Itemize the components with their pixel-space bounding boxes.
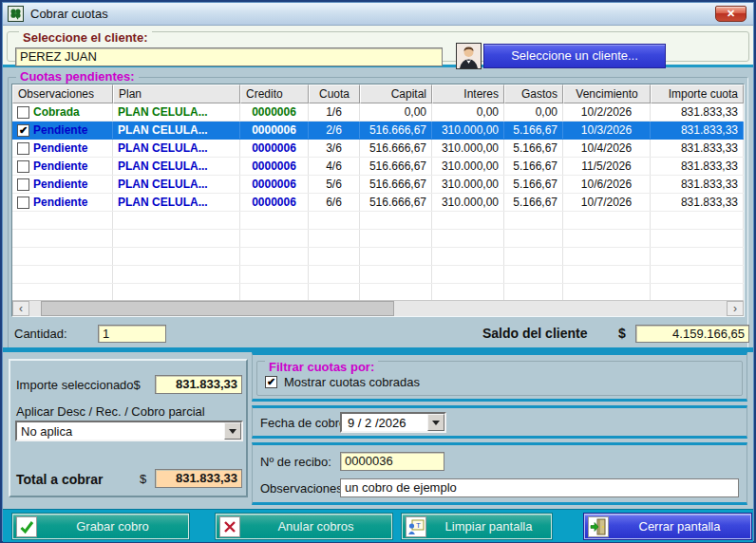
mostrar-cobradas-checkbox[interactable]: ✔ (265, 376, 277, 388)
table-cell: 310.000,00 (432, 122, 504, 139)
table-row[interactable]: ✔PendientePLAN CELULA...00000062/6516.66… (12, 122, 744, 140)
row-checkbox[interactable] (17, 142, 29, 155)
table-cell (360, 230, 432, 247)
table-row[interactable]: PendientePLAN CELULA...00000063/6516.666… (12, 140, 744, 158)
cerrar-pantalla-label: Cerrar pantalla (609, 519, 750, 534)
column-header[interactable]: Importe cuota (651, 84, 744, 103)
scrollbar-thumb[interactable] (41, 301, 394, 316)
table-cell (504, 284, 563, 301)
table-cell: 10/2/2026 (563, 103, 651, 121)
chevron-down-icon[interactable] (224, 422, 241, 440)
cerrar-pantalla-button[interactable]: Cerrar pantalla (584, 514, 751, 539)
column-header[interactable]: Plan (113, 84, 240, 103)
row-checkbox[interactable] (17, 160, 29, 173)
limpiar-pantalla-label: Limpiar pantalla (426, 519, 551, 534)
table-cell (309, 284, 360, 301)
table-cell: Cobrada (12, 103, 113, 121)
table-body: CobradaPLAN CELULA...00000061/60,000,000… (12, 103, 744, 302)
client-name-input[interactable]: PEREZ JUAN (15, 47, 443, 66)
clover-app-icon (8, 6, 24, 22)
column-header[interactable]: Observaciones (12, 84, 113, 103)
window-title: Cobrar cuotas (30, 7, 108, 21)
whiteboard-icon: T (406, 516, 426, 537)
column-header[interactable]: Vencimiento (563, 84, 651, 103)
grabar-cobro-button[interactable]: Grabar cobro (12, 514, 189, 539)
table-cell (432, 212, 504, 229)
table-cell: 310.000,00 (432, 194, 504, 211)
column-header[interactable]: Credito (240, 84, 309, 103)
saldo-label: Saldo del cliente (482, 326, 587, 341)
limpiar-pantalla-button[interactable]: T Limpiar pantalla (402, 514, 552, 539)
anular-cobros-button[interactable]: Anular cobros (216, 514, 392, 539)
table-cell (651, 284, 744, 301)
table-cell: 516.666,67 (360, 140, 432, 157)
descuento-dropdown[interactable]: No aplica (15, 421, 243, 441)
table-cell: 0000006 (240, 194, 309, 211)
table-cell (563, 212, 651, 229)
close-button[interactable]: ✕ (715, 6, 747, 22)
table-cell (504, 212, 563, 229)
table-cell (12, 230, 113, 247)
column-header[interactable]: Cuota (309, 84, 360, 103)
client-group-label: Seleccione el cliente: (19, 30, 152, 45)
row-checkbox[interactable]: ✔ (17, 124, 29, 137)
table-cell (113, 212, 240, 229)
right-column: Filtrar cuotas por: ✔ Mostrar cuotas cob… (252, 352, 747, 508)
table-cell: 5.166,67 (504, 122, 563, 139)
table-cell: PLAN CELULA... (113, 140, 240, 157)
table-row[interactable]: PendientePLAN CELULA...00000066/6516.666… (12, 194, 744, 212)
empty-table-row (12, 248, 744, 266)
table-cell (240, 230, 309, 247)
row-checkbox[interactable] (17, 106, 29, 119)
table-cell: 831.833,33 (651, 122, 744, 139)
table-cell (360, 284, 432, 301)
anular-cobros-label: Anular cobros (240, 519, 391, 534)
saldo-value: 4.159.166,65 (635, 325, 749, 343)
table-cell: 11/5/2026 (563, 158, 651, 175)
client-section: Seleccione el cliente: PEREZ JUAN Selecc… (3, 26, 753, 67)
bottom-section: Importe seleccionado$ 831.833,33 Aplicar… (3, 352, 753, 508)
table-cell (504, 266, 563, 283)
column-header[interactable]: Capital (360, 84, 432, 103)
table-cell (12, 212, 113, 229)
table-row[interactable]: PendientePLAN CELULA...00000065/6516.666… (12, 176, 744, 194)
table-cell: 0000006 (240, 103, 309, 121)
table-cell (309, 230, 360, 247)
observaciones-input[interactable]: un cobro de ejemplo (340, 478, 739, 497)
empty-table-row (12, 230, 744, 248)
scroll-right-icon[interactable]: › (727, 301, 744, 316)
horizontal-scrollbar[interactable]: ‹ › (12, 300, 744, 316)
table-cell (563, 230, 651, 247)
table-cell: 6/6 (309, 194, 360, 211)
select-client-button[interactable]: Seleccione un cliente... (483, 44, 666, 68)
table-cell: 1/6 (309, 103, 360, 121)
row-checkbox[interactable] (17, 178, 29, 191)
table-cell (360, 248, 432, 265)
table-cell (113, 230, 240, 247)
table-cell: 3/6 (309, 140, 360, 157)
table-cell: ✔Pendiente (12, 122, 113, 139)
table-cell (504, 230, 563, 247)
table-cell (563, 284, 651, 301)
importe-seleccionado-value: 831.833,33 (155, 375, 242, 394)
column-header[interactable]: Gastos (504, 84, 563, 103)
empty-table-row (12, 212, 744, 230)
table-row[interactable]: PendientePLAN CELULA...00000064/6516.666… (12, 158, 744, 176)
table-cell (309, 248, 360, 265)
recibo-input[interactable]: 0000036 (340, 452, 444, 471)
scrollbar-track[interactable] (29, 301, 727, 316)
grabar-cobro-label: Grabar cobro (37, 519, 188, 534)
row-status: Pendiente (33, 194, 87, 211)
table-row[interactable]: CobradaPLAN CELULA...00000061/60,000,000… (12, 103, 744, 122)
table-cell (113, 248, 240, 265)
cuotas-section: Cuotas pendientes: ObservacionesPlanCred… (3, 70, 753, 351)
row-checkbox[interactable] (17, 197, 29, 209)
chevron-down-icon[interactable] (427, 414, 444, 431)
column-header[interactable]: Interes (432, 84, 504, 103)
filter-group-label: Filtrar cuotas por: (265, 360, 378, 374)
titlebar: Cobrar cuotas ✕ (3, 3, 753, 26)
cantidad-value: 1 (98, 325, 166, 343)
fecha-cobro-dropdown[interactable]: 9 / 2 /2026 (340, 412, 446, 433)
total-value: 831.833,33 (155, 469, 242, 488)
scroll-left-icon[interactable]: ‹ (12, 301, 29, 316)
